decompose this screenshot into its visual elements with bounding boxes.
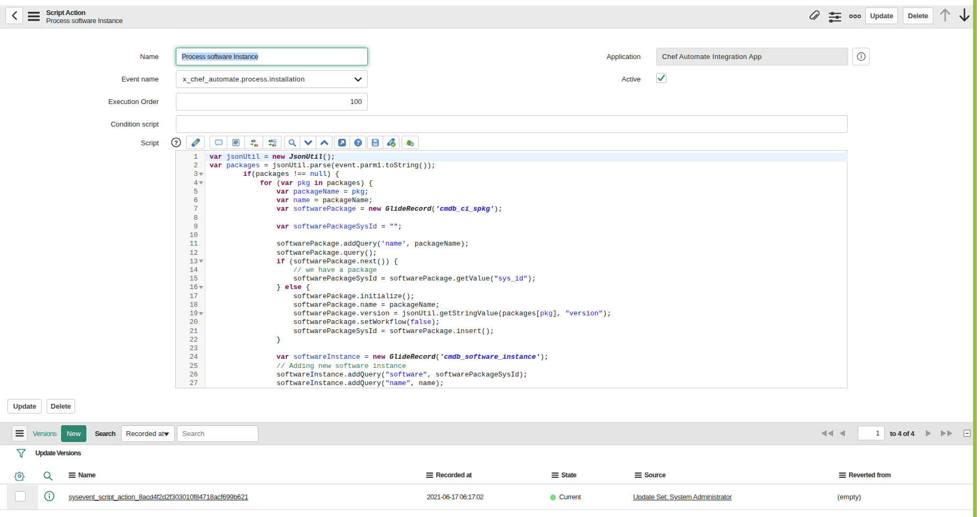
svg-text:?: ? — [356, 139, 359, 145]
svg-text:ab: ab — [251, 138, 255, 142]
svg-text:ab: ab — [269, 138, 273, 142]
svg-text:?: ? — [174, 139, 178, 146]
svg-text:ac: ac — [272, 143, 276, 147]
svg-text:ac: ac — [254, 143, 258, 146]
